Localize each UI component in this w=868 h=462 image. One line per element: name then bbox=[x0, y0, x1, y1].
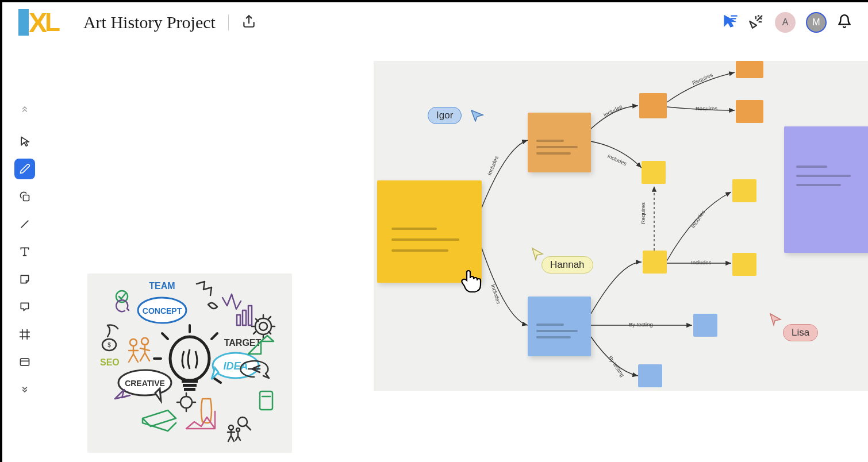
svg-point-37 bbox=[259, 322, 267, 330]
svg-point-45 bbox=[130, 339, 137, 346]
svg-text:CONCEPT: CONCEPT bbox=[143, 306, 182, 315]
header-actions: A M bbox=[722, 12, 852, 33]
sticky-orange-main[interactable] bbox=[528, 113, 591, 172]
svg-text:By testing: By testing bbox=[629, 321, 653, 328]
svg-point-46 bbox=[141, 338, 148, 345]
cursor-hannah-icon bbox=[531, 247, 544, 261]
sticky-blue-small-1[interactable] bbox=[693, 314, 717, 337]
svg-text:Includes: Includes bbox=[606, 153, 628, 167]
app-header: X L Art History Project A M bbox=[2, 2, 868, 43]
notifications-icon[interactable] bbox=[837, 14, 852, 31]
cursor-lisa-icon bbox=[769, 313, 782, 326]
svg-text:Includes: Includes bbox=[691, 259, 712, 265]
svg-text:$: $ bbox=[107, 342, 111, 348]
svg-line-22 bbox=[162, 333, 168, 339]
svg-text:SEO: SEO bbox=[100, 357, 120, 367]
sticky-orange-small-1[interactable] bbox=[639, 93, 667, 118]
svg-text:Requires: Requires bbox=[696, 105, 717, 111]
svg-text:IDEA: IDEA bbox=[223, 360, 248, 372]
svg-point-7 bbox=[758, 16, 759, 16]
user-tag-igor: Igor bbox=[428, 107, 462, 124]
svg-point-18 bbox=[170, 337, 209, 380]
sticky-yellow-small-2[interactable] bbox=[643, 251, 667, 274]
user-tag-lisa: Lisa bbox=[783, 324, 818, 341]
svg-text:TEAM: TEAM bbox=[149, 281, 175, 291]
avatar-user-m[interactable]: M bbox=[806, 12, 827, 33]
svg-rect-38 bbox=[237, 315, 240, 325]
cursor-mode-icon[interactable] bbox=[722, 13, 738, 32]
share-button[interactable] bbox=[241, 14, 256, 31]
svg-text:Includes: Includes bbox=[602, 103, 624, 118]
sticky-blue-main[interactable] bbox=[528, 297, 591, 356]
svg-rect-41 bbox=[260, 391, 272, 410]
cursor-igor-icon bbox=[470, 109, 484, 122]
svg-text:Requires: Requires bbox=[691, 71, 713, 86]
sticky-orange-req-1[interactable] bbox=[736, 61, 763, 78]
svg-point-47 bbox=[180, 396, 192, 408]
divider bbox=[228, 14, 229, 30]
sticky-yellow-inc-2[interactable] bbox=[732, 253, 756, 276]
board-title[interactable]: Art History Project bbox=[83, 13, 216, 32]
svg-point-6 bbox=[761, 18, 762, 19]
svg-line-23 bbox=[212, 333, 217, 339]
avatar-user-a[interactable]: A bbox=[775, 12, 796, 33]
sticky-blue-small-2[interactable] bbox=[638, 364, 662, 387]
app-logo: X L bbox=[18, 7, 60, 38]
mind-map-diagram[interactable]: Includes Includes Includes Includes Requ… bbox=[374, 61, 868, 391]
svg-text:Requires: Requires bbox=[640, 202, 646, 224]
svg-text:CREATIVE: CREATIVE bbox=[125, 379, 165, 388]
sticky-yellow-inc-1[interactable] bbox=[732, 179, 756, 202]
sticky-yellow-small-1[interactable] bbox=[642, 161, 666, 184]
svg-line-49 bbox=[246, 425, 251, 430]
user-tag-hannah: Hannah bbox=[541, 256, 593, 274]
sticky-orange-req-2[interactable] bbox=[736, 100, 763, 123]
svg-line-25 bbox=[214, 378, 221, 383]
brainstorm-image[interactable]: TEAM CONCEPT IDEA TARGET CREATIVE SEO bbox=[87, 274, 292, 453]
hand-cursor-icon bbox=[460, 268, 483, 295]
confetti-icon[interactable] bbox=[748, 13, 765, 32]
canvas[interactable]: TEAM CONCEPT IDEA TARGET CREATIVE SEO bbox=[2, 44, 868, 462]
svg-text:By testing: By testing bbox=[607, 355, 625, 378]
svg-rect-39 bbox=[243, 310, 246, 325]
svg-text:Includes: Includes bbox=[690, 209, 706, 229]
sticky-purple[interactable] bbox=[784, 126, 868, 253]
svg-rect-40 bbox=[248, 306, 252, 325]
